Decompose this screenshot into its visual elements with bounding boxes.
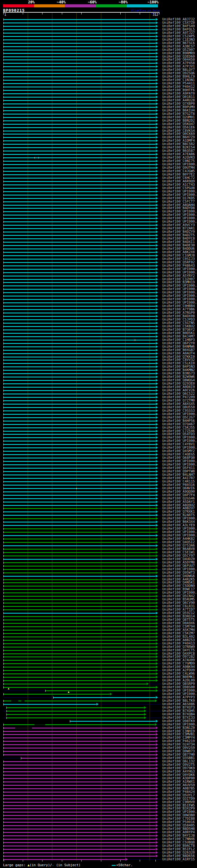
alignment-bar[interactable] [4,566,156,566]
alignment-bar[interactable] [4,350,156,351]
alignment-bar[interactable] [4,512,156,513]
alignment-bar[interactable] [4,137,156,138]
alignment-bar[interactable] [4,461,156,462]
alignment-bar[interactable] [4,792,156,793]
alignment-bar[interactable] [4,400,156,401]
alignment-bar[interactable] [4,613,156,614]
alignment-bar[interactable] [4,387,156,388]
alignment-bar[interactable] [4,343,156,344]
alignment-bar[interactable] [4,80,156,81]
alignment-bar[interactable] [4,579,156,580]
alignment-bar[interactable] [4,637,156,638]
alignment-bar[interactable] [4,856,156,857]
alignment-bar[interactable] [4,110,156,111]
alignment-bar[interactable] [4,508,156,509]
alignment-bar[interactable] [4,117,156,118]
alignment-bar[interactable] [4,97,156,98]
alignment-bar[interactable] [4,818,156,819]
alignment-bar[interactable] [4,356,156,358]
alignment-bar[interactable] [4,552,156,553]
alignment-bar[interactable] [4,650,156,651]
alignment-bar[interactable] [4,727,15,728]
alignment-bar[interactable] [4,306,156,307]
alignment-bar[interactable] [4,326,156,327]
alignment-bar[interactable] [4,569,156,570]
alignment-bar[interactable] [4,225,156,226]
alignment-bar[interactable] [4,340,156,341]
alignment-bar[interactable] [4,491,156,492]
alignment-bar[interactable] [4,202,156,202]
alignment-bar[interactable] [4,120,156,121]
alignment-bar[interactable] [4,576,156,577]
alignment-bar[interactable] [4,515,156,516]
alignment-bar[interactable] [4,272,156,273]
alignment-bar[interactable] [4,670,156,671]
alignment-bar[interactable] [4,555,156,556]
alignment-bar[interactable] [4,835,156,836]
alignment-bar[interactable] [4,134,156,134]
alignment-bar[interactable] [4,127,156,128]
alignment-bar[interactable] [4,795,156,796]
alignment-bar[interactable] [4,73,156,74]
alignment-bar[interactable] [4,107,156,108]
alignment-bar[interactable] [4,829,156,830]
alignment-bar[interactable] [4,680,156,681]
alignment-bar[interactable] [54,697,156,698]
alignment-bar[interactable] [4,437,156,438]
alignment-bar[interactable] [4,397,156,398]
alignment-bar[interactable] [4,616,156,617]
alignment-bar[interactable] [4,124,156,125]
alignment-bar[interactable] [4,157,156,158]
alignment-bar[interactable] [4,336,156,337]
alignment-bar[interactable] [7,707,144,708]
alignment-bar[interactable] [4,252,156,253]
alignment-bar[interactable] [4,248,156,249]
alignment-bar[interactable] [4,316,156,317]
alignment-bar[interactable] [4,302,156,303]
alignment-bar[interactable] [4,562,156,563]
alignment-bar[interactable] [4,383,156,384]
alignment-bar[interactable] [4,845,156,846]
alignment-bar[interactable] [4,39,156,40]
alignment-bar[interactable] [4,26,156,27]
alignment-bar[interactable] [4,309,156,310]
alignment-bar[interactable] [4,549,156,550]
alignment-bar[interactable] [4,330,156,331]
alignment-bar[interactable] [4,572,156,573]
alignment-bar[interactable] [4,370,156,371]
alignment-bar[interactable] [32,727,156,728]
alignment-bar[interactable] [4,471,156,472]
alignment-bar[interactable] [4,198,156,199]
alignment-bar[interactable] [4,255,156,256]
alignment-bar[interactable] [4,606,156,607]
alignment-bar[interactable] [4,781,156,782]
alignment-bar[interactable] [4,319,156,320]
alignment-bar[interactable] [4,592,156,593]
alignment-bar[interactable] [4,832,156,833]
alignment-bar[interactable] [4,775,156,776]
alignment-bar[interactable] [4,535,156,536]
alignment-bar[interactable] [4,599,156,600]
alignment-bar[interactable] [4,454,156,455]
alignment-bar[interactable] [4,805,156,806]
alignment-bar[interactable] [4,285,156,286]
alignment-bar[interactable] [4,434,156,435]
alignment-bar[interactable] [4,643,156,644]
alignment-bar[interactable] [4,502,156,502]
alignment-bar[interactable] [4,673,156,674]
alignment-bar[interactable] [4,390,156,391]
alignment-bar[interactable] [4,518,156,519]
alignment-bar[interactable] [4,859,125,860]
alignment-bar[interactable] [4,43,156,44]
alignment-bar[interactable] [4,407,156,408]
alignment-bar[interactable] [4,633,156,634]
alignment-bar[interactable] [4,427,156,428]
alignment-bar[interactable] [4,151,156,152]
alignment-bar[interactable] [4,292,156,293]
alignment-bar[interactable] [4,495,156,496]
alignment-bar[interactable] [4,147,156,148]
alignment-bar[interactable] [4,586,156,587]
alignment-bar[interactable] [4,538,156,539]
alignment-bar[interactable] [4,161,156,162]
alignment-bar[interactable] [4,100,156,101]
